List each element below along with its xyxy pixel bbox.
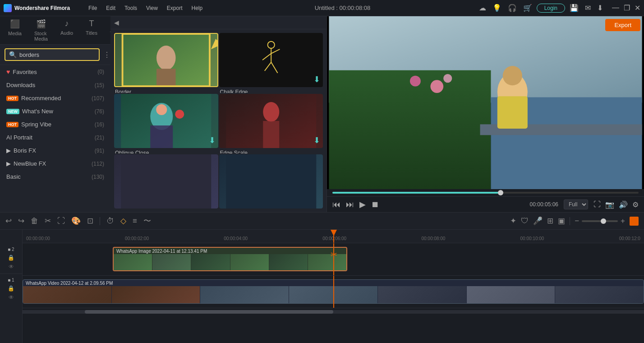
fullscreen-icon[interactable]: ⛶ [593, 200, 601, 209]
effect-label-chalk: Chalk Edge [219, 87, 323, 93]
pip-icon[interactable]: ▣ [558, 216, 565, 226]
timeline-tracks: ■ 2 🔒 👁 ■ 1 🔒 👁 00:00:00:00 00:00:02:00 … [0, 230, 644, 343]
stop-button[interactable]: ⏹ [371, 200, 379, 209]
menu-export[interactable]: Export [163, 4, 186, 12]
track1-lock-icon[interactable]: 🔒 [8, 255, 14, 261]
effect-card-border[interactable]: Border [114, 33, 218, 93]
undo-button[interactable]: ↩ [5, 216, 12, 226]
keyframe-button[interactable]: ◇ [120, 216, 126, 226]
category-boris-fx[interactable]: ▶ Boris FX (91) [0, 144, 110, 157]
category-spring-vibe[interactable]: HOT Spring Vibe (16) [0, 118, 110, 131]
search-bar: 🔍 ⋮⋮ [0, 45, 110, 65]
svg-line-8 [264, 62, 271, 71]
grid-view-icon[interactable]: ⋮⋮ [103, 51, 110, 59]
cut-button[interactable]: ✂ [45, 216, 51, 226]
search-input[interactable] [19, 51, 95, 58]
favorites-heart-icon: ♥ [6, 68, 10, 75]
frame5 [269, 254, 308, 271]
redo-button[interactable]: ↪ [18, 216, 24, 226]
svg-point-28 [410, 76, 421, 87]
progress-track[interactable] [332, 192, 639, 194]
quality-select[interactable]: Full [564, 199, 588, 209]
track-add-icon[interactable]: ⊞ [547, 216, 553, 226]
maximize-button[interactable]: ❐ [624, 4, 630, 12]
zoom-control: − + [575, 217, 625, 226]
main-area: ⬛ Media 🎬 Stock Media ♪ Audio T Titles ⇌… [0, 16, 644, 212]
settings-icon[interactable]: ⚙ [632, 200, 639, 209]
menu-edit[interactable]: Edit [102, 4, 119, 12]
headset-icon[interactable]: 🎧 [508, 4, 517, 12]
category-ai-portrait[interactable]: AI Portrait (21) [0, 131, 110, 144]
shield-icon[interactable]: 🛡 [521, 217, 529, 226]
tab-stock[interactable]: 🎬 Stock Media [28, 16, 54, 44]
svg-point-16 [263, 102, 279, 122]
play-button[interactable]: ▶ [359, 199, 366, 209]
download-chalk-icon[interactable]: ⬇ [313, 74, 320, 84]
zoom-in-icon[interactable]: + [621, 217, 625, 226]
effect-card-more1[interactable] [114, 154, 218, 209]
zoom-out-icon[interactable]: − [575, 217, 579, 226]
tab-audio[interactable]: ♪ Audio [54, 16, 79, 44]
skip-back-button[interactable]: ⏮ [332, 200, 340, 209]
step-back-button[interactable]: ⏭ [346, 200, 354, 209]
zoom-thumb [601, 218, 606, 224]
login-button[interactable]: Login [537, 4, 565, 13]
screenshot-icon[interactable]: 📷 [605, 200, 614, 209]
svg-rect-17 [263, 121, 279, 148]
track1-eye-icon[interactable]: 👁 [9, 264, 14, 270]
download-edge-icon[interactable]: ⬇ [313, 135, 320, 145]
category-favorites[interactable]: ♥ Favorites (0) [0, 65, 110, 79]
category-basic[interactable]: Basic (130) [0, 170, 110, 183]
zoom-slider[interactable] [582, 220, 618, 222]
color-button[interactable]: 🎨 [71, 216, 81, 226]
menu-file[interactable]: File [85, 4, 101, 12]
ruler-mark-5: 00:00:10:00 [520, 236, 544, 241]
category-recommended-label: Recommended [21, 95, 61, 102]
export-button[interactable]: Export [605, 19, 640, 31]
menu-view[interactable]: View [143, 4, 161, 12]
cloud-icon[interactable]: ☁ [479, 4, 486, 12]
effect-card-oblique[interactable]: ⬇ Oblique Close [114, 94, 218, 154]
bulb-icon[interactable]: 💡 [492, 4, 501, 12]
category-newblue-fx[interactable]: ▶ NewBlue FX (112) [0, 157, 110, 170]
mail-icon[interactable]: ✉ [585, 4, 591, 12]
zoom-fit-button[interactable]: ⊡ [87, 216, 93, 226]
tab-transitions[interactable]: ⇌ Transitions [104, 16, 110, 44]
clock-button[interactable]: ⏱ [106, 217, 114, 226]
video-clip-1[interactable]: WhatsApp Image 2022-04-11 at 12.13.41 PM [113, 247, 347, 271]
waveform-button[interactable]: 〜 [143, 216, 151, 226]
effect-card-edge[interactable]: ⬇ Edge Scale [219, 94, 323, 154]
svg-point-25 [503, 66, 522, 85]
progress-thumb[interactable] [498, 190, 503, 195]
audio-mix-button[interactable]: ≡ [133, 217, 137, 226]
tab-media[interactable]: ⬛ Media [2, 16, 28, 44]
grid-scroll-left[interactable]: ◀ [114, 19, 119, 26]
menu-tools[interactable]: Tools [121, 4, 141, 12]
category-recommended[interactable]: HOT Recommended (107) [0, 92, 110, 105]
mic-icon[interactable]: 🎤 [533, 216, 543, 226]
timeline-scrollbar-thumb[interactable] [85, 310, 333, 314]
download-icon[interactable]: ⬇ [597, 4, 603, 12]
download-oblique-icon[interactable]: ⬇ [209, 135, 216, 145]
category-downloads[interactable]: Downloads (15) [0, 79, 110, 92]
tab-titles[interactable]: T Titles [79, 16, 104, 44]
ripple-icon[interactable]: ✦ [510, 216, 516, 226]
volume-icon[interactable]: 🔊 [619, 200, 628, 209]
effect-card-more2[interactable] [219, 154, 323, 209]
track2-eye-icon[interactable]: 👁 [9, 294, 14, 301]
crop-button[interactable]: ⛶ [57, 217, 65, 226]
category-downloads-count: (15) [95, 82, 104, 88]
category-boris-fx-count: (91) [95, 148, 104, 154]
save-icon[interactable]: 💾 [570, 4, 579, 12]
delete-button[interactable]: 🗑 [31, 217, 38, 226]
timeline-scrollbar[interactable] [23, 310, 644, 314]
effect-card-chalk-edge[interactable]: ⬇ Chalk Edge [219, 33, 323, 93]
close-button[interactable]: ✕ [635, 4, 640, 12]
svg-point-29 [443, 74, 452, 83]
category-basic-count: (130) [92, 174, 104, 180]
minimize-button[interactable]: — [612, 4, 619, 12]
category-whats-new[interactable]: NEW What's New (76) [0, 105, 110, 118]
menu-help[interactable]: Help [188, 4, 207, 12]
track2-lock-icon[interactable]: 🔒 [8, 285, 14, 292]
cart-icon[interactable]: 🛒 [523, 4, 532, 12]
